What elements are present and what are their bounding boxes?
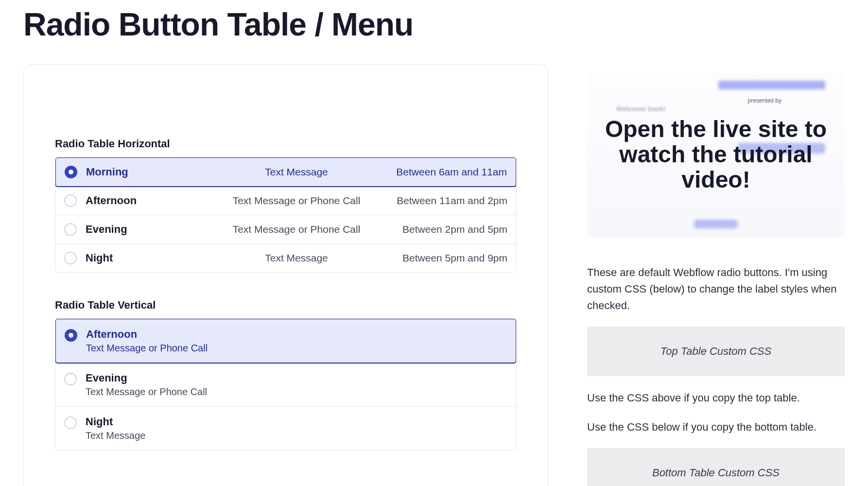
radio-row[interactable]: AfternoonText Message or Phone CallBetwe… [55,187,516,215]
radio-row[interactable]: EveningText Message or Phone CallBetween… [55,215,516,244]
row-label: Evening [86,223,212,236]
row-subtitle: Text Message [86,430,507,441]
row-time: Between 6am and 11am [381,166,507,178]
row-label: Evening [86,372,507,384]
row-method: Text Message or Phone Call [212,195,381,207]
radio-icon [65,329,77,342]
radio-table-horizontal: MorningText MessageBetween 6am and 11amA… [55,157,517,273]
demo-card: Radio Table Horizontal MorningText Messa… [23,64,548,486]
thumb-blur-bar [718,81,825,89]
radio-icon [64,252,77,264]
radio-icon [64,373,77,385]
row-label: Night [86,252,212,264]
radio-icon [64,194,77,207]
radio-row[interactable]: MorningText MessageBetween 6am and 11am [55,157,517,187]
horizontal-heading: Radio Table Horizontal [55,138,517,150]
thumb-presented-by: presented by [748,97,781,104]
sidebar-intro: These are default Webflow radio buttons.… [587,264,845,314]
radio-row[interactable]: AfternoonText Message or Phone Call [55,318,517,364]
thumb-headline: Open the live site to watch the tutorial… [587,117,845,192]
vertical-heading: Radio Table Vertical [55,299,517,312]
row-subtitle: Text Message or Phone Call [86,386,507,398]
radio-icon [64,417,77,429]
radio-icon [64,223,77,236]
row-label: Night [86,416,507,428]
radio-table-vertical: AfternoonText Message or Phone CallEveni… [55,318,517,451]
row-method: Text Message [212,252,381,264]
radio-row[interactable]: EveningText Message or Phone Call [55,363,516,407]
radio-row[interactable]: NightText MessageBetween 5pm and 9pm [55,244,516,272]
row-method: Text Message or Phone Call [212,224,381,235]
row-subtitle: Text Message or Phone Call [86,343,507,354]
row-time: Between 2pm and 5pm [381,224,507,235]
radio-icon [65,166,77,178]
sidebar-note-top: Use the CSS above if you copy the top ta… [587,390,845,406]
bottom-css-box: Bottom Table Custom CSS [587,448,845,486]
row-label: Afternoon [86,328,507,341]
tutorial-thumbnail[interactable]: Welcome back! presented by Open the live… [587,72,845,237]
page-title: Radio Button Table / Menu [23,6,845,43]
row-method: Text Message [212,166,381,178]
row-label: Afternoon [86,194,212,207]
thumb-blur-bar [694,220,738,228]
row-label: Morning [86,166,212,178]
radio-row[interactable]: NightText Message [55,407,516,450]
top-css-box: Top Table Custom CSS [587,327,845,376]
thumb-welcome-text: Welcome back! [616,105,666,113]
row-time: Between 5pm and 9pm [381,252,507,264]
row-time: Between 11am and 2pm [381,195,507,207]
sidebar-note-bottom: Use the CSS below if you copy the bottom… [587,419,845,435]
